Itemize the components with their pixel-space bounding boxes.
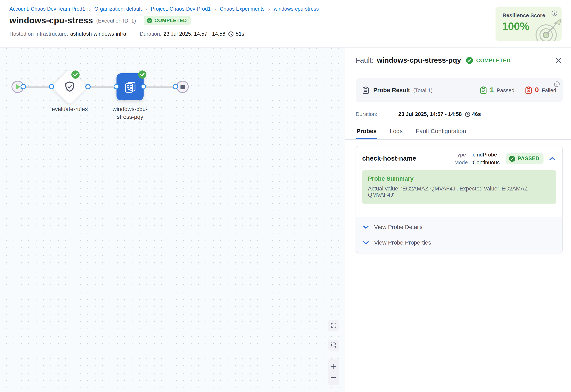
probe-type-value: cmdProbe (473, 152, 500, 158)
clock-icon (228, 31, 234, 37)
divider (133, 30, 133, 37)
probe-result-total: (Total 1) (413, 87, 433, 93)
fault-header: Fault: windows-cpu-stress-pqy COMPLETED (356, 47, 563, 65)
probe-result-title: Probe Result (373, 87, 410, 93)
edge-evaluate-fault (88, 86, 117, 87)
play-icon (16, 84, 20, 89)
chevron-right-icon: › (268, 6, 270, 12)
info-icon[interactable] (554, 81, 560, 87)
breadcrumb-account[interactable]: Account: Chaos Dev Team Prod1 (9, 6, 85, 12)
panel-tabs: Probes Logs Fault Configuration (346, 128, 571, 140)
page-header: Account: Chaos Dev Team Prod1 › Organiza… (0, 0, 571, 47)
zoom-in-icon[interactable] (331, 363, 337, 369)
tab-probes[interactable]: Probes (356, 128, 377, 139)
stop-icon (180, 84, 185, 89)
workspace: evaluate-rules windows (0, 47, 571, 392)
chevron-down-icon (363, 241, 369, 244)
port-icon (173, 84, 178, 89)
tab-logs[interactable]: Logs (389, 128, 404, 139)
target-illustration (531, 15, 562, 41)
panel-duration-row: Duration: 23 Jul 2025, 14:57 - 14:58 46s (356, 111, 563, 117)
chevron-right-icon: › (89, 6, 91, 12)
breadcrumb-chaos-experiments[interactable]: Chaos Experiments (220, 6, 265, 12)
shield-check-icon (63, 80, 76, 93)
infra-label: Hosted on Infrastructure: (9, 31, 68, 37)
chevron-up-icon[interactable] (548, 156, 556, 161)
pipeline-canvas[interactable]: evaluate-rules windows (0, 47, 346, 392)
end-node (176, 81, 189, 93)
probe-type-label: Type (454, 152, 468, 158)
fault-status: COMPLETED (476, 57, 511, 63)
fault-name: windows-cpu-stress-pqy (377, 56, 461, 65)
port-icon (141, 84, 146, 89)
passed-group: 1 Passed (480, 86, 515, 94)
panel-duration-label: Duration: (356, 111, 398, 117)
marquee-select-button[interactable] (328, 340, 339, 350)
clipboard-x-icon (525, 86, 532, 94)
chevron-down-icon (363, 225, 369, 229)
zoom-controls (328, 359, 339, 385)
probe-card: check-host-name Type cmdProbe Mode Conti… (356, 146, 563, 253)
status-badge-label: COMPLETED (154, 18, 187, 23)
title-row: windows-cpu-stress (Execution ID: 1) COM… (0, 15, 571, 25)
breadcrumb-organization[interactable]: Organization: default (94, 6, 142, 12)
fullscreen-icon (331, 322, 337, 328)
panel-duration-seconds: 46s (472, 111, 481, 117)
probe-summary-title: Probe Summary (368, 175, 551, 182)
edge-fault-end (144, 86, 176, 87)
check-circle-icon (466, 57, 473, 64)
node-label-evaluate-rules: evaluate-rules (39, 105, 101, 113)
view-probe-details[interactable]: View Probe Details (356, 219, 562, 235)
resilience-score-value: 100% (502, 20, 529, 33)
clock-icon (465, 111, 470, 117)
check-circle-icon (147, 18, 152, 23)
probe-type-mode: Type cmdProbe Mode Continuous (454, 152, 500, 166)
port-icon (49, 84, 54, 89)
chevron-right-icon: › (145, 6, 147, 12)
app-root: Account: Chaos Dev Team Prod1 › Organiza… (0, 0, 571, 392)
resilience-score-label: Resilience Score (502, 12, 545, 18)
probe-mode-label: Mode (454, 159, 468, 166)
fault-detail-panel: Fault: windows-cpu-stress-pqy COMPLETED (346, 47, 571, 392)
port-icon (114, 84, 119, 89)
infra-value: ashutosh-windows-infra (70, 31, 126, 37)
marquee-select-icon (331, 342, 337, 348)
edge-start-evaluate (23, 86, 52, 87)
clipboard-icon (362, 86, 369, 94)
breadcrumb-current[interactable]: windows-cpu-stress (274, 6, 319, 12)
page-title: windows-cpu-stress (9, 15, 93, 25)
failed-count: 0 (535, 86, 539, 94)
clipboard-check-icon (480, 86, 487, 94)
zoom-out-icon[interactable] (331, 374, 337, 380)
probe-mode-value: Continuous (473, 159, 500, 166)
port-icon (20, 84, 26, 89)
duration-value: 23 Jul 2025, 14:57 - 14:58 (164, 31, 225, 37)
panel-duration-value: 23 Jul 2025, 14:57 - 14:58 (398, 111, 462, 117)
breadcrumb-project[interactable]: Project: Chaos-Dev-Prod1 (151, 6, 211, 12)
meta-row: Hosted on Infrastructure: ashutosh-windo… (0, 30, 571, 37)
failed-label: Failed (542, 87, 556, 93)
probe-status-badge: PASSED (506, 153, 543, 164)
success-check-icon (138, 70, 147, 79)
success-check-icon (71, 70, 80, 79)
probe-name: check-host-name (362, 155, 416, 162)
node-label-windows-cpu-stress-pqy: windows-cpu- stress-pqy (99, 105, 161, 121)
execution-id: (Execution ID: 1) (96, 17, 136, 24)
info-icon[interactable] (551, 10, 557, 16)
fault-label: Fault: (356, 56, 374, 65)
probe-status-label: PASSED (518, 156, 540, 161)
fullscreen-button[interactable] (328, 320, 339, 331)
probe-card-header: check-host-name Type cmdProbe Mode Conti… (356, 146, 562, 169)
check-circle-icon (509, 155, 515, 162)
probe-summary: Probe Summary Actual value: 'EC2AMAZ-QMV… (362, 170, 556, 204)
experiment-icon (123, 80, 137, 94)
resilience-score-card: Resilience Score 100% (496, 7, 562, 41)
close-icon[interactable] (554, 56, 563, 65)
tab-fault-configuration[interactable]: Fault Configuration (415, 128, 467, 139)
passed-label: Passed (496, 87, 514, 93)
duration-seconds: 51s (236, 31, 244, 37)
failed-group: 0 Failed (525, 86, 556, 94)
view-probe-properties[interactable]: View Probe Properties (356, 235, 562, 250)
chevron-right-icon: › (214, 6, 216, 12)
port-icon (85, 84, 91, 89)
